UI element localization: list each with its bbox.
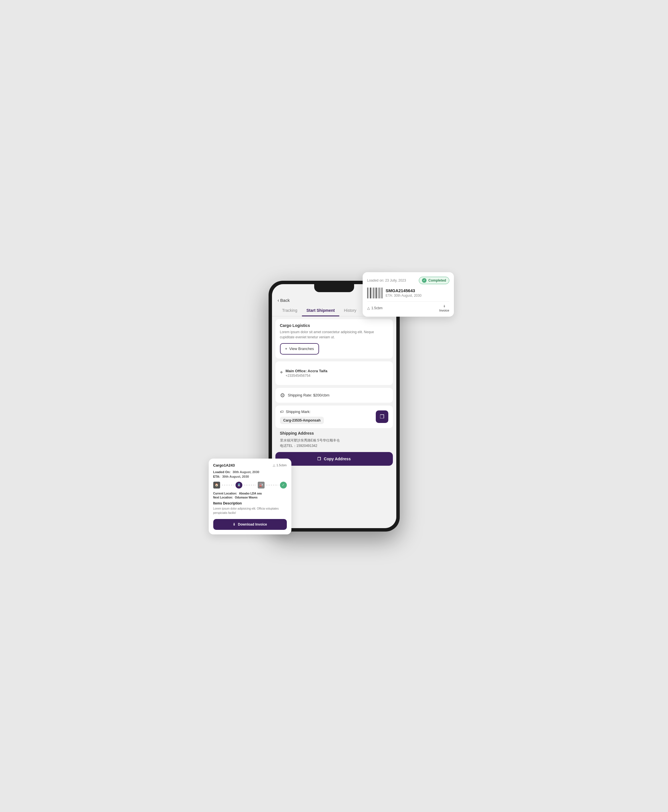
copy-mark-button[interactable]: ❒ xyxy=(376,410,388,423)
invoice-button[interactable]: ⇓ Invoice xyxy=(439,304,449,312)
tracking-cbm: △ 1.5cbm xyxy=(273,464,287,467)
items-desc-text: Lorem ipsum dolor adipisicing elit. Offi… xyxy=(213,507,287,515)
tab-tracking[interactable]: Tracking xyxy=(278,305,302,316)
shipping-mark-label-row: 🏷 Shipping Mark: xyxy=(280,410,311,414)
completed-card-footer: △ 1.5cbm ⇓ Invoice xyxy=(367,301,449,312)
office-row: ⌖ Main Office: Accra Taifa +233545456754 xyxy=(280,365,388,381)
cbm-value: 1.5cbm xyxy=(371,306,382,310)
cargo-logistics-title: Cargo Logistics xyxy=(280,323,388,328)
tracking-cbm-value: 1.5cbm xyxy=(276,464,287,467)
completed-badge: ✓ Completed xyxy=(419,277,449,284)
tag-icon: 🏷 xyxy=(280,410,284,414)
cargo-logistics-desc: Lorem ipsum dolor sit amet consectetur a… xyxy=(280,330,388,340)
tracking-card: Cargo1A243 △ 1.5cbm Loaded On: 30th Augu… xyxy=(209,459,291,534)
tracking-loaded-on: Loaded On: 30th August, 2030 xyxy=(213,470,287,474)
office-name: Main Office: Accra Taifa xyxy=(286,369,327,373)
office-location-icon: ⌖ xyxy=(280,369,283,375)
next-location-value: Odumase Waves xyxy=(235,496,258,499)
shipping-mark-left: 🏷 Shipping Mark: Carg-23535-Amponsah xyxy=(280,410,324,424)
shipping-rate-section: ⚙ Shipping Rate: $200/cbm xyxy=(276,388,393,403)
cbm-info: △ 1.5cbm xyxy=(367,306,382,310)
invoice-label: Invoice xyxy=(439,308,449,312)
tracking-progress: 🏠 🚆 🏭 ✓ xyxy=(213,482,287,489)
view-branches-button[interactable]: ⌖ View Branches xyxy=(280,343,319,355)
shipping-rate-row: ⚙ Shipping Rate: $200/cbm xyxy=(280,392,388,399)
tab-start-shipment[interactable]: Start Shipment xyxy=(302,305,339,316)
progress-line-1 xyxy=(222,485,234,485)
progress-start-node: 🏠 xyxy=(213,482,220,489)
tracking-cargo-id: Cargo1A243 xyxy=(213,463,235,467)
triangle-icon: △ xyxy=(367,306,370,310)
items-description: Items Description Lorem ipsum dolor adip… xyxy=(213,501,287,515)
back-label: Back xyxy=(280,298,290,303)
shipping-address-title: Shipping Address xyxy=(280,431,388,435)
completed-card-header: Loaded on: 23 Jully, 2023 ✓ Completed xyxy=(367,277,449,284)
barcode-image xyxy=(367,288,382,298)
shipping-mark-row: 🏷 Shipping Mark: Carg-23535-Amponsah ❒ xyxy=(280,410,388,424)
location-pin-icon: ⌖ xyxy=(285,347,287,351)
shipment-id-text: SMGA2145643 xyxy=(386,288,422,293)
completed-card-body: SMGA2145643 ETA: 30th August, 2030 xyxy=(367,288,449,298)
progress-train-node: 🚆 xyxy=(235,482,242,489)
progress-warehouse-node: 🏭 xyxy=(258,482,265,489)
eta-label: ETA: xyxy=(213,475,220,478)
phone-notch xyxy=(314,284,354,292)
current-location-value: Aboabo LDA sea xyxy=(239,492,262,495)
shipping-mark-value: Carg-23535-Amponsah xyxy=(280,417,324,424)
download-invoice-label: Download Invoice xyxy=(238,522,267,527)
cargo-logistics-section: Cargo Logistics Lorem ipsum dolor sit am… xyxy=(276,319,393,358)
office-phone: +233545456754 xyxy=(286,373,327,378)
completed-card: Loaded on: 23 Jully, 2023 ✓ Completed xyxy=(362,272,454,317)
tracking-triangle-icon: △ xyxy=(273,464,275,467)
office-section: ⌖ Main Office: Accra Taifa +233545456754 xyxy=(276,362,393,385)
progress-done-node: ✓ xyxy=(280,482,287,489)
loaded-on-text: Loaded on: 23 Jully, 2023 xyxy=(367,278,406,282)
current-location-label: Current Location: xyxy=(213,492,237,495)
rate-icon: ⚙ xyxy=(280,392,285,399)
address-line2: 电话TEL：15920491342 xyxy=(280,443,388,449)
tracking-card-header: Cargo1A243 △ 1.5cbm xyxy=(213,463,287,467)
shipping-mark-label-text: Shipping Mark: xyxy=(286,410,311,414)
completed-status-text: Completed xyxy=(428,278,446,282)
tracking-eta: ETA: 30th August, 2030 xyxy=(213,475,287,478)
copy-icon: ❒ xyxy=(380,414,384,420)
completed-check-icon: ✓ xyxy=(422,278,426,283)
back-arrow-icon: ‹ xyxy=(278,298,279,303)
view-branches-label: View Branches xyxy=(289,347,314,351)
eta-value: 30th August, 2030 xyxy=(222,475,249,478)
next-location: Next Location: Odumase Waves xyxy=(213,496,287,499)
tab-history[interactable]: History xyxy=(339,305,361,316)
shipment-eta-text: ETA: 30th August, 2030 xyxy=(386,293,422,298)
download-invoice-icon: ⇓ xyxy=(233,522,235,527)
shipping-address-section: Shipping Address 里水镇河塑沙东秀路E栋 5号华仕顺丰仓 电话T… xyxy=(276,431,393,449)
download-icon: ⇓ xyxy=(443,304,446,308)
copy-address-icon: ❒ xyxy=(317,457,321,461)
address-line1: 里水镇河塑沙东秀路E栋 5号华仕顺丰仓 xyxy=(280,438,388,443)
progress-line-2 xyxy=(244,485,256,485)
loaded-on-label: Loaded On: xyxy=(213,470,230,474)
shipping-rate-text: Shipping Rate: $200/cbm xyxy=(288,393,330,397)
progress-line-3 xyxy=(266,485,278,485)
download-invoice-button[interactable]: ⇓ Download Invoice xyxy=(213,519,287,530)
copy-address-button[interactable]: ❒ Copy Address xyxy=(276,452,393,466)
shipping-mark-section: 🏷 Shipping Mark: Carg-23535-Amponsah ❒ xyxy=(276,405,393,428)
loaded-on-value: 30th August, 2030 xyxy=(233,470,259,474)
next-location-label: Next Location: xyxy=(213,496,233,499)
copy-address-label: Copy Address xyxy=(324,457,351,461)
back-button[interactable]: ‹ Back xyxy=(278,298,290,303)
items-desc-title: Items Description xyxy=(213,501,287,505)
current-location: Current Location: Aboabo LDA sea xyxy=(213,492,287,495)
